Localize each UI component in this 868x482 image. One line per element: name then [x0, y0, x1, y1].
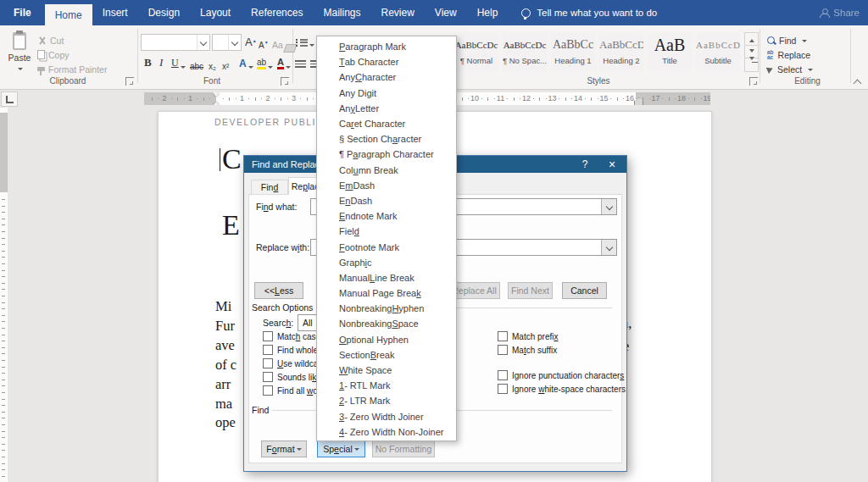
group-separator — [292, 29, 293, 83]
checkbox-box[interactable] — [498, 370, 508, 380]
checkbox-box[interactable] — [263, 345, 273, 355]
tab-mailings[interactable]: Mailings — [313, 0, 370, 25]
style-item[interactable]: AaBbCcHeading 1 — [551, 32, 595, 71]
collapse-ribbon-button[interactable] — [854, 78, 860, 88]
highlight-button[interactable]: ab — [257, 56, 273, 69]
checkbox-match-case[interactable]: Match case — [263, 331, 320, 341]
paste-button[interactable]: Paste — [5, 32, 34, 76]
special-button[interactable]: Special — [317, 440, 365, 457]
style-item[interactable]: AaBbCcDc¶ Normal — [454, 32, 498, 71]
special-menu-item-any-character[interactable]: Any Character — [317, 69, 456, 85]
strikethrough-button[interactable]: abc — [190, 58, 203, 71]
special-menu-item-2-ltr-mark[interactable]: 2 - LTR Mark — [317, 393, 456, 408]
special-menu-item-paragraph-mark[interactable]: Paragraph Mark — [317, 39, 456, 54]
underline-button[interactable]: U — [171, 56, 186, 69]
grow-font-button[interactable]: A▲ — [245, 35, 257, 48]
align-left-button[interactable] — [295, 56, 306, 69]
checkbox-box[interactable] — [263, 372, 273, 382]
checkbox-box[interactable] — [498, 331, 508, 341]
special-menu-item-em-dash[interactable]: Em Dash — [317, 178, 456, 193]
share-button[interactable]: Share — [820, 0, 860, 25]
checkbox-match-prefix[interactable]: Match prefix — [498, 331, 558, 341]
special-menu-item--paragraph-character[interactable]: ¶ Paragraph Character — [317, 147, 456, 162]
special-menu-item-3-zero-width-joiner[interactable]: 3 - Zero Width Joiner — [317, 409, 456, 424]
special-menu-item-nonbreaking-hyphen[interactable]: Nonbreaking Hyphen — [317, 301, 456, 316]
checkbox-box[interactable] — [498, 384, 508, 394]
special-menu-item-any-letter[interactable]: Any Letter — [317, 101, 456, 116]
checkbox-box[interactable] — [263, 385, 273, 396]
clipboard-dialog-launcher[interactable] — [125, 77, 134, 86]
bullets-button[interactable] — [296, 34, 314, 47]
special-menu-item-footnote-mark[interactable]: Footnote Mark — [317, 239, 456, 254]
special-menu-item-nonbreaking-space[interactable]: Nonbreaking Space — [317, 316, 456, 331]
tell-me-box[interactable]: Tell me what you want to do — [521, 0, 657, 25]
special-menu-item-manual-page-break[interactable]: Manual Page Break — [317, 285, 456, 301]
special-menu-item-tab-character[interactable]: Tab Character — [317, 54, 456, 69]
style-item[interactable]: AaBbCcDSubtitle — [696, 32, 740, 71]
font-color-button[interactable]: A — [277, 56, 291, 69]
clear-formatting-button[interactable] — [285, 39, 296, 53]
tab-home[interactable]: Home — [45, 4, 92, 25]
special-menu-item-field[interactable]: Field — [317, 224, 456, 239]
tab-insert[interactable]: Insert — [92, 0, 138, 25]
person-icon — [820, 8, 828, 18]
cancel-button[interactable]: Cancel — [562, 282, 607, 299]
italic-button[interactable]: I — [159, 56, 163, 69]
tab-stop-selector[interactable] — [1, 91, 18, 107]
dialog-tab-find[interactable]: Find — [251, 180, 288, 195]
style-item[interactable]: AaBTitle — [648, 32, 692, 71]
special-menu-item-manual-line-break[interactable]: Manual Line Break — [317, 270, 456, 285]
special-menu-item-graphic[interactable]: Graphic — [317, 255, 456, 270]
style-item[interactable]: AaBbCcDc¶ No Spac... — [503, 32, 547, 71]
special-menu-item-section-break[interactable]: Section Break — [317, 347, 456, 363]
styles-more-button[interactable] — [744, 58, 759, 72]
style-item[interactable]: AaBbCcDHeading 2 — [599, 32, 643, 71]
subscript-button[interactable]: x₂ — [209, 58, 216, 71]
text-effects-button[interactable]: A — [239, 56, 253, 69]
special-menu-item-1-rtl-mark[interactable]: 1 - RTL Mark — [317, 378, 456, 393]
shrink-font-button[interactable]: A▼ — [259, 36, 269, 50]
tab-layout[interactable]: Layout — [190, 0, 241, 25]
special-menu-item-4-zero-width-non-joiner[interactable]: 4 - Zero Width Non-Joiner — [317, 424, 456, 440]
no-formatting-button[interactable]: No Formatting — [372, 440, 435, 457]
special-menu-item-caret-character[interactable]: Caret Character — [317, 116, 456, 131]
checkbox-box[interactable] — [498, 345, 508, 355]
format-button[interactable]: Format — [261, 440, 307, 457]
font-name-combo[interactable] — [141, 34, 210, 51]
special-menu-item-any-digit[interactable]: Any Digit — [317, 86, 456, 101]
select-button[interactable]: Select — [767, 63, 813, 75]
tab-review[interactable]: Review — [370, 0, 424, 25]
special-menu-item-column-break[interactable]: Column Break — [317, 163, 456, 178]
copy-button[interactable]: Copy — [37, 48, 70, 61]
find-button[interactable]: Find — [767, 34, 807, 47]
superscript-button[interactable]: x² — [222, 58, 229, 71]
checkbox-ignore-punctuation-characters[interactable]: Ignore punctuation characters — [498, 370, 624, 380]
special-menu-item-en-dash[interactable]: En Dash — [317, 193, 456, 208]
tab-references[interactable]: References — [241, 0, 313, 25]
special-menu-item-white-space[interactable]: White Space — [317, 363, 456, 378]
tab-help[interactable]: Help — [467, 0, 509, 25]
tab-view[interactable]: View — [425, 0, 467, 25]
cut-button[interactable]: Cut — [37, 34, 64, 47]
tab-file[interactable]: File — [0, 0, 45, 25]
format-painter-button[interactable]: Format Painter — [37, 63, 107, 75]
less-button[interactable]: << Less — [254, 282, 303, 299]
tab-design[interactable]: Design — [138, 0, 190, 25]
hanging-indent-marker[interactable] — [213, 98, 220, 105]
font-size-combo[interactable] — [212, 34, 242, 51]
checkbox-box[interactable] — [263, 331, 273, 341]
find-next-button[interactable]: Find Next — [508, 282, 553, 299]
special-menu-item-endnote-mark[interactable]: Endnote Mark — [317, 208, 456, 224]
text-cursor — [220, 148, 220, 171]
styles-dialog-launcher[interactable] — [749, 77, 758, 86]
font-dialog-launcher[interactable] — [281, 77, 289, 86]
checkbox-ignore-white-space-characters[interactable]: Ignore white-space characters — [498, 384, 626, 394]
bold-button[interactable]: B — [144, 56, 152, 69]
checkbox-box[interactable] — [263, 358, 273, 368]
dialog-help-button[interactable]: ? — [572, 156, 598, 173]
replace-button[interactable]: abac Replace — [767, 48, 810, 61]
close-icon[interactable]: × — [599, 156, 625, 173]
special-menu-item-optional-hyphen[interactable]: Optional Hyphen — [317, 332, 456, 347]
special-menu-item--section-character[interactable]: § Section Character — [317, 131, 456, 147]
checkbox-match-suffix[interactable]: Match suffix — [498, 345, 557, 355]
